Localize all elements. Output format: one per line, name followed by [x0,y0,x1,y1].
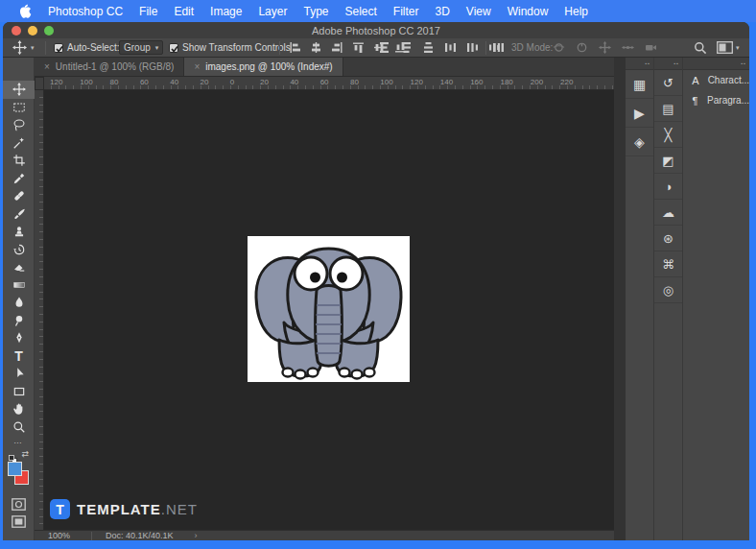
menu-edit[interactable]: Edit [174,5,194,18]
zoom-tool[interactable] [3,418,35,437]
move-tool[interactable] [3,81,35,99]
close-tab-icon[interactable]: × [44,61,50,72]
quick-mask-button[interactable] [3,495,34,513]
rectangle-shape-tool[interactable] [3,383,35,401]
tab-untitled-1[interactable]: × Untitled-1 @ 100% (RGB/8) [35,58,184,76]
menu-photoshop[interactable]: Photoshop CC [48,5,123,18]
screen-mode-button[interactable] [3,513,34,530]
history-panel-icon[interactable]: ↺ [654,70,682,96]
menu-file[interactable]: File [139,5,157,18]
auto-select-checkbox[interactable] [54,43,63,53]
history-brush-tool[interactable] [3,241,35,259]
paragraph-panel-tab[interactable]: ¶ Paragra... [683,90,749,110]
clone-stamp-tool[interactable] [3,223,35,241]
actions-panel-icon[interactable]: ▶ [626,99,653,128]
auto-select-label: Auto-Select: [67,42,119,53]
ellipsis-icon: … [13,436,23,445]
eraser-tool[interactable] [3,258,35,276]
desktop: Photoshop CC File Edit Image Layer Type … [0,0,756,549]
menu-type[interactable]: Type [303,5,328,18]
title-bar[interactable]: Adobe Photoshop CC 2017 [3,22,749,38]
align-right-icon[interactable] [330,41,344,55]
eyedropper-tool[interactable] [3,170,35,188]
ruler-origin-corner[interactable] [35,77,44,90]
current-tool-icon[interactable]: ▾ [12,38,35,58]
document-tab-bar: × Untitled-1 @ 100% (RGB/8) × images.png… [35,58,614,77]
search-icon[interactable] [694,38,707,58]
dock-collapse-handle[interactable]: ▪▪ [654,58,682,70]
menu-window[interactable]: Window [508,5,549,18]
distribute-icons-group [377,38,502,58]
horizontal-ruler[interactable]: 1201008060402002040608010012014016018020… [44,77,614,90]
menu-view[interactable]: View [466,5,491,18]
gradient-tool[interactable] [3,276,35,295]
pen-tool[interactable] [3,329,35,347]
distribute-vertical-center-icon[interactable] [399,41,413,55]
tool-options-bar: ▾ Auto-Select: Group ▾ Show Transform Co… [3,38,749,58]
path-selection-tool[interactable] [3,365,35,383]
styles-panel-icon[interactable]: ◑ [654,174,682,200]
dock-collapse-handle[interactable]: ▪▪ [683,58,749,70]
foreground-color-swatch[interactable] [8,462,22,476]
type-tool[interactable]: T [3,347,35,366]
align-top-icon[interactable] [351,41,366,55]
swatches-panel-icon[interactable]: ▦ [626,70,653,99]
libraries-panel-icon[interactable]: ☁ [654,200,682,226]
photoshop-window: Adobe Photoshop CC 2017 ▾ Auto-Select: G… [3,22,749,540]
workspace-switcher[interactable]: ▾ [717,38,740,58]
zoom-level-field[interactable]: 100% [48,531,70,540]
menu-filter[interactable]: Filter [393,5,419,18]
distribute-horizontal-center-icon[interactable] [465,41,480,55]
quick-selection-tool[interactable] [3,134,35,153]
vertical-ruler[interactable] [35,90,44,530]
auto-select-option: Auto-Select: [54,38,119,58]
swap-colors-icon[interactable]: ⇄ [21,449,29,459]
status-chevron-icon[interactable]: › [195,531,198,540]
blur-tool[interactable] [3,294,35,312]
dodge-tool[interactable] [3,312,35,330]
lasso-tool[interactable] [3,116,35,134]
separator [279,41,280,55]
separator [91,532,92,540]
character-panel-tab[interactable]: A Charact... [683,70,749,90]
auto-select-dropdown[interactable]: Group ▾ [119,40,163,55]
patterns-panel-icon[interactable]: ⊛ [654,226,682,251]
color-swatches [3,461,34,495]
show-transform-checkbox[interactable] [169,43,178,53]
menu-layer[interactable]: Layer [258,5,287,18]
rectangular-marquee-tool[interactable] [3,99,35,117]
menu-image[interactable]: Image [210,5,242,18]
tool-presets-panel-icon[interactable]: ╳ [654,122,682,148]
align-left-icon[interactable] [288,41,302,55]
brush-tool[interactable] [3,205,35,224]
distribute-top-icon[interactable] [377,41,391,55]
document-size-info[interactable]: Doc: 40.1K/40.1K [106,531,174,540]
dock-collapse-handle[interactable]: ▪▪ [626,58,653,70]
crop-tool[interactable] [3,152,35,170]
chevron-down-icon: ▾ [736,44,740,51]
smudge-panel-icon[interactable]: ◎ [654,277,682,303]
distribute-spacing-icon[interactable] [491,38,506,58]
menu-3d[interactable]: 3D [436,5,450,18]
menu-select[interactable]: Select [344,5,376,18]
adjustments-panel-icon[interactable]: ◩ [654,148,682,174]
hand-tool[interactable] [3,400,35,418]
canvas-pasteboard[interactable]: T TEMPLATE.NET [44,90,614,530]
nodes-panel-icon[interactable]: ⌘ [654,251,682,277]
distribute-bottom-icon[interactable] [421,41,436,55]
close-tab-icon[interactable]: × [194,61,200,72]
spot-healing-brush-tool[interactable] [3,187,35,205]
edit-toolbar-ellipsis[interactable]: … [3,436,34,447]
show-transform-label: Show Transform Controls [182,42,291,53]
document-image[interactable] [248,236,410,382]
distribute-left-icon[interactable] [443,41,458,55]
auto-select-value: Group [124,42,151,53]
apple-icon[interactable] [19,4,32,18]
tab-images-png[interactable]: × images.png @ 100% (Index#) [184,58,343,76]
layers-panel-icon[interactable]: ◈ [626,128,653,156]
properties-panel-icon[interactable]: ▤ [654,96,682,122]
menu-help[interactable]: Help [564,5,588,18]
align-center-horizontal-icon[interactable] [309,41,323,55]
template-badge-icon: T [50,499,70,519]
dock-column-3: ▪▪ A Charact... ¶ Paragra... [683,58,749,540]
